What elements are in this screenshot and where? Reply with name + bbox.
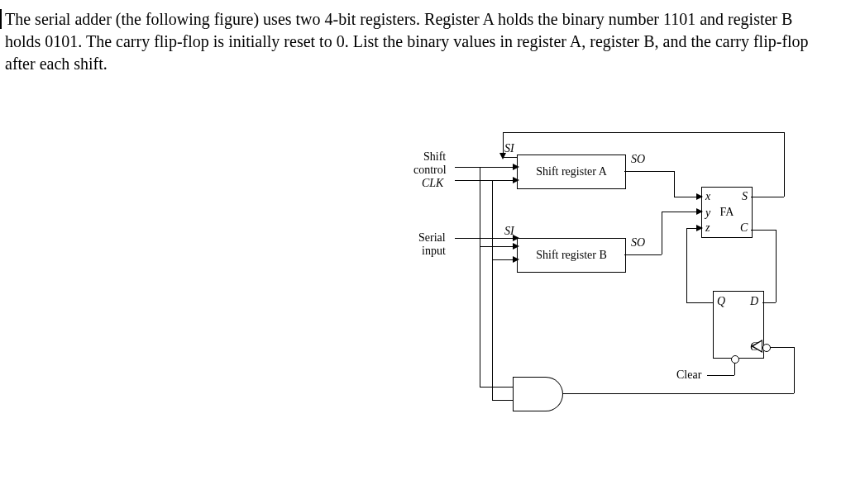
so-a-label: SO (631, 153, 645, 166)
shift-register-b: Shift register B (517, 238, 626, 273)
clear-label: Clear (676, 368, 701, 382)
shift-register-b-text: Shift register B (536, 249, 607, 262)
shift-control-label-2: control (413, 164, 447, 177)
ff-q: Q (717, 295, 725, 308)
problem-statement: The serial adder (the following figure) … (5, 8, 832, 75)
clock-invert-bubble (762, 344, 771, 352)
and-gate (513, 377, 540, 411)
fa-c: C (740, 221, 748, 235)
fa-s: S (742, 190, 748, 203)
serial-input-label-1: Serial (418, 231, 446, 245)
fa-y: y (705, 207, 710, 220)
clk-label: CLK (422, 177, 443, 190)
fa-x: x (705, 190, 710, 203)
and-gate-cap (539, 377, 563, 411)
page-root: The serial adder (the following figure) … (0, 0, 865, 504)
text-cursor (0, 9, 2, 29)
shift-control-label-1: Shift (423, 150, 446, 164)
so-b-label: SO (631, 236, 645, 250)
ff-d: D (750, 295, 758, 308)
fa-z: z (705, 221, 710, 235)
full-adder-text: FA (720, 206, 734, 219)
serial-adder-diagram: Shift control CLK Serial input SI Shift … (389, 132, 852, 496)
shift-register-a-text: Shift register A (536, 165, 607, 178)
shift-register-a: Shift register A (517, 155, 626, 189)
serial-input-label-2: input (422, 245, 446, 258)
clear-bubble (731, 355, 739, 364)
